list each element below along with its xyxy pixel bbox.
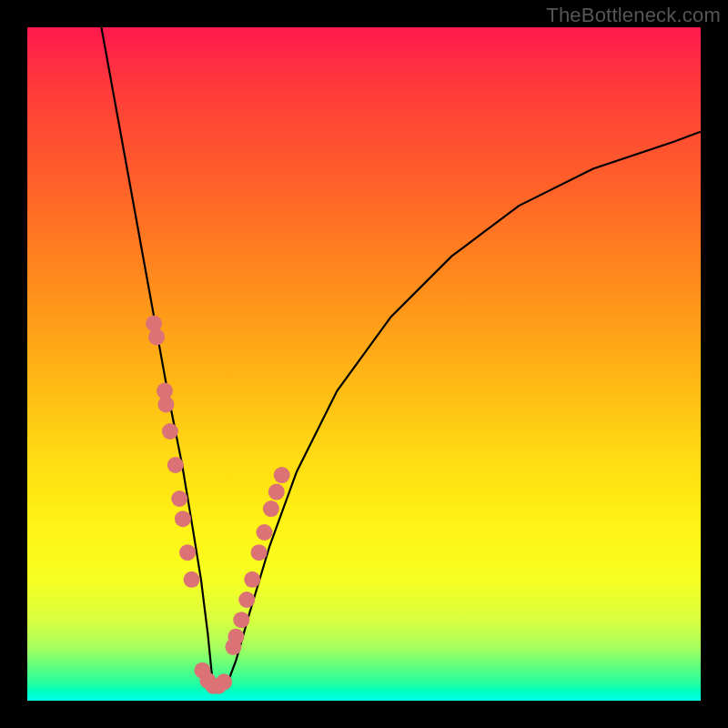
data-point [171,490,187,507]
watermark-text: TheBottleneck.com [546,4,721,27]
data-point [146,316,162,332]
data-point [274,467,290,483]
data-point [167,457,184,473]
data-point [228,629,244,645]
data-point [179,544,196,561]
data-point [263,500,279,517]
plot-area [27,27,701,701]
data-point [157,396,174,412]
data-point [162,423,178,440]
data-point [257,524,273,541]
data-point [148,329,165,345]
bottleneck-curve [101,27,701,687]
data-point [244,571,260,588]
data-point [184,571,200,588]
data-point [238,592,255,608]
chart-frame: TheBottleneck.com [0,0,728,728]
data-point [175,511,191,527]
data-point [268,484,285,500]
data-point [251,544,268,561]
data-point [216,673,232,690]
data-point [233,612,249,628]
chart-svg [27,27,701,701]
data-points-group [146,316,290,694]
